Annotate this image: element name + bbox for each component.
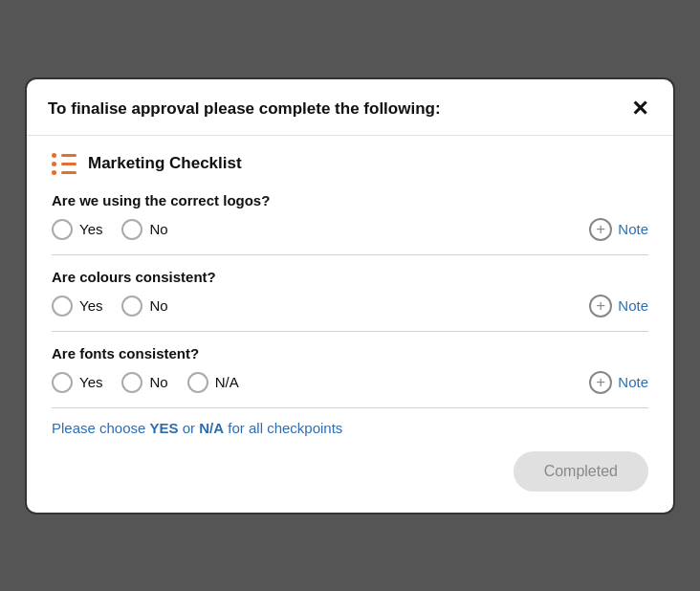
checklist-item-colours: Are colours consistent? Yes No + Note [52, 269, 648, 332]
modal-title: To finalise approval please complete the… [48, 99, 441, 119]
divider-logos [52, 254, 648, 255]
option-label-colours-no: No [149, 297, 167, 314]
option-label-fonts-yes: Yes [79, 374, 102, 390]
modal-header: To finalise approval please complete the… [27, 79, 673, 136]
option-fonts-na[interactable]: N/A [187, 372, 239, 393]
option-label-logos-yes: Yes [79, 221, 102, 237]
close-button[interactable]: ✕ [627, 97, 652, 121]
note-button-fonts[interactable]: + Note [589, 371, 648, 394]
footer-row: Completed [52, 451, 648, 492]
option-fonts-no[interactable]: No [121, 372, 167, 393]
checklist-item-fonts: Are fonts consistent? Yes No N/A + Note [52, 345, 648, 408]
note-label-logos: Note [618, 221, 648, 237]
radio-fonts-no[interactable] [121, 372, 142, 393]
question-fonts: Are fonts consistent? [52, 345, 648, 361]
options-fonts: Yes No N/A + Note [52, 371, 648, 394]
checklist-icon [52, 153, 77, 175]
option-fonts-yes[interactable]: Yes [52, 372, 102, 393]
option-label-fonts-na: N/A [215, 374, 239, 390]
checklist-title: Marketing Checklist [88, 154, 242, 173]
divider-fonts [52, 407, 648, 408]
note-label-fonts: Note [618, 374, 648, 390]
note-icon-colours: + [589, 295, 612, 317]
radio-colours-yes[interactable] [52, 296, 73, 317]
checklist-header: Marketing Checklist [52, 153, 648, 175]
radio-colours-no[interactable] [121, 296, 142, 317]
radio-fonts-na[interactable] [187, 372, 208, 393]
option-colours-no[interactable]: No [121, 296, 167, 317]
validation-yes: YES [150, 420, 179, 436]
radio-logos-no[interactable] [121, 219, 142, 240]
note-icon-fonts: + [589, 371, 612, 394]
option-logos-no[interactable]: No [121, 219, 167, 240]
approval-modal: To finalise approval please complete the… [25, 77, 675, 514]
radio-logos-yes[interactable] [52, 219, 73, 240]
options-logos: Yes No + Note [52, 218, 648, 241]
divider-colours [52, 331, 648, 332]
radio-fonts-yes[interactable] [52, 372, 73, 393]
note-icon-logos: + [589, 218, 612, 241]
question-colours: Are colours consistent? [52, 269, 648, 285]
completed-button[interactable]: Completed [514, 451, 648, 492]
note-button-logos[interactable]: + Note [589, 218, 648, 241]
modal-body: Marketing Checklist Are we using the cor… [27, 136, 673, 513]
checklist-item-logos: Are we using the correct logos? Yes No +… [52, 192, 648, 255]
option-colours-yes[interactable]: Yes [52, 296, 102, 317]
validation-na: N/A [199, 420, 224, 436]
note-label-colours: Note [618, 297, 648, 314]
validation-message: Please choose YES or N/A for all checkpo… [52, 420, 648, 436]
option-logos-yes[interactable]: Yes [52, 219, 102, 240]
option-label-colours-yes: Yes [79, 297, 102, 314]
option-label-logos-no: No [149, 221, 167, 237]
question-logos: Are we using the correct logos? [52, 192, 648, 208]
options-colours: Yes No + Note [52, 295, 648, 317]
note-button-colours[interactable]: + Note [589, 295, 648, 317]
option-label-fonts-no: No [149, 374, 167, 390]
